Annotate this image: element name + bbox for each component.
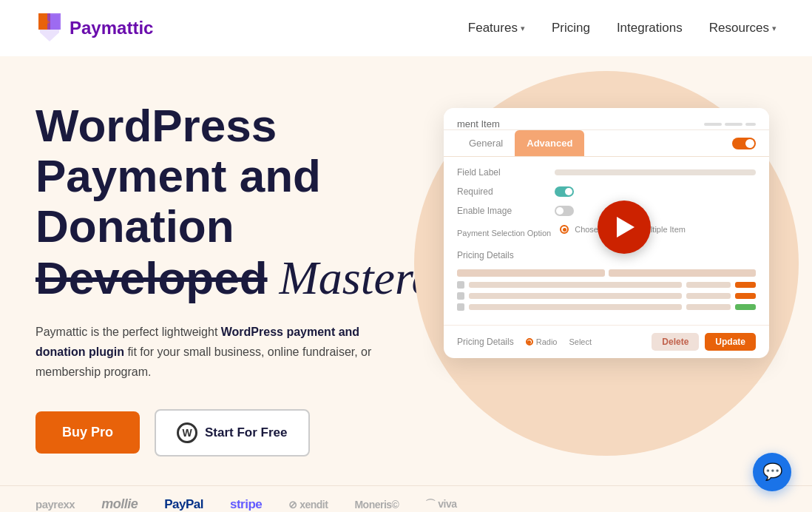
check-3: [457, 303, 464, 311]
brands-bar: payrexx mollie PayPal stripe ⊘ xendit Mo…: [0, 485, 812, 512]
bar-3: [469, 293, 682, 299]
footer-pricing-label: Pricing Details: [457, 337, 514, 347]
footer-radio-dot: [526, 338, 533, 346]
wordpress-icon: W: [177, 422, 197, 443]
tab-advanced[interactable]: Advanced: [515, 130, 584, 156]
footer-tabs: Pricing Details Radio Select: [457, 337, 592, 347]
check-1: [457, 281, 464, 289]
logo-text: Paymattic: [70, 18, 153, 38]
field-label-input: [555, 169, 756, 175]
toggle-pill[interactable]: [732, 138, 756, 149]
hero-buttons: Buy Pro W Start For Free: [35, 409, 456, 457]
required-row: Required: [457, 186, 756, 197]
pricing-section: Pricing Details: [457, 250, 756, 311]
sm-bar-3: [735, 304, 756, 310]
dot-3: [745, 123, 756, 126]
field-label-row: Field Label: [457, 167, 756, 178]
dot-2: [725, 123, 742, 126]
delete-button[interactable]: Delete: [652, 333, 699, 351]
pricing-row-1: [457, 281, 756, 289]
brand-xendit: ⊘ xendit: [288, 499, 328, 511]
brand-stripe: stripe: [230, 497, 262, 512]
hero-section: WordPress Payment and Donation Developed…: [0, 56, 812, 485]
bar-2: [686, 282, 731, 288]
sm-bar-1: [735, 282, 756, 288]
enable-image-toggle[interactable]: [555, 206, 574, 216]
footer-radio: Radio: [526, 337, 558, 347]
pricing-details-label: Pricing Details: [457, 250, 546, 260]
play-button[interactable]: [598, 201, 651, 254]
brand-mollie: mollie: [101, 496, 138, 512]
play-triangle-icon: [617, 217, 635, 238]
hero-description: Paymattic is the perfect lightweight Wor…: [35, 322, 376, 383]
radio-dot-icon: [560, 225, 569, 234]
site-header: Paymattic Features ▾ Pricing Integration…: [0, 0, 812, 56]
chat-icon: 💬: [762, 462, 782, 482]
hero-right: ment Item General Advanced Field Label: [471, 86, 777, 471]
payment-selection-label: Payment Selection Option: [457, 229, 551, 238]
pricing-row-3: [457, 303, 756, 311]
brand-moneris: Moneris©: [354, 499, 399, 511]
enable-image-label-text: Enable Image: [457, 206, 546, 216]
pricing-header-row: Pricing Details: [457, 250, 756, 260]
nav-integrations[interactable]: Integrations: [617, 21, 683, 36]
required-label-text: Required: [457, 186, 546, 197]
bar-1: [469, 282, 682, 288]
bar-6: [686, 304, 731, 310]
pricing-header-grid: [457, 269, 756, 277]
required-toggle-row: [555, 186, 574, 197]
resources-chevron-icon: ▾: [772, 24, 777, 33]
required-toggle[interactable]: [555, 186, 574, 197]
main-nav: Features ▾ Pricing Integrations Resource…: [468, 21, 777, 36]
chat-fab-button[interactable]: 💬: [753, 453, 791, 491]
tab-general[interactable]: General: [457, 130, 515, 156]
card-header-title: ment Item: [457, 118, 500, 129]
footer-select: Select: [569, 337, 592, 347]
sm-bar-2: [735, 293, 756, 299]
dot-1: [704, 123, 722, 126]
brand-paypal: PayPal: [164, 497, 203, 512]
pricing-col-2: [609, 269, 757, 277]
bar-5: [469, 304, 682, 310]
pricing-row-2: [457, 292, 756, 300]
logo-area[interactable]: Paymattic: [35, 12, 153, 44]
hero-left: WordPress Payment and Donation Developed…: [35, 86, 456, 457]
footer-action-buttons: Delete Update: [652, 333, 756, 351]
hero-title: WordPress Payment and Donation Developed…: [35, 101, 456, 304]
buy-pro-button[interactable]: Buy Pro: [35, 411, 140, 454]
paymattic-logo-icon: [35, 12, 64, 44]
nav-pricing[interactable]: Pricing: [552, 21, 590, 36]
nav-features[interactable]: Features ▾: [468, 21, 525, 36]
brand-viva: ⌒ viva: [425, 498, 456, 511]
check-2: [457, 292, 464, 300]
tab-toggle: [732, 130, 756, 156]
card-tabs: General Advanced: [444, 130, 769, 157]
brand-payrexx: payrexx: [35, 498, 75, 511]
card-footer: Pricing Details Radio Select Delete Upda…: [444, 325, 769, 358]
field-label-text: Field Label: [457, 167, 546, 178]
update-button[interactable]: Update: [705, 333, 756, 351]
bar-4: [686, 293, 731, 299]
start-for-free-button[interactable]: W Start For Free: [155, 409, 309, 457]
strikethrough-text: Developed: [35, 253, 268, 303]
nav-resources[interactable]: Resources ▾: [709, 21, 777, 36]
card-header: ment Item: [444, 108, 769, 130]
features-chevron-icon: ▾: [521, 24, 525, 33]
header-dots: [704, 123, 756, 126]
pricing-col-1: [457, 269, 605, 277]
